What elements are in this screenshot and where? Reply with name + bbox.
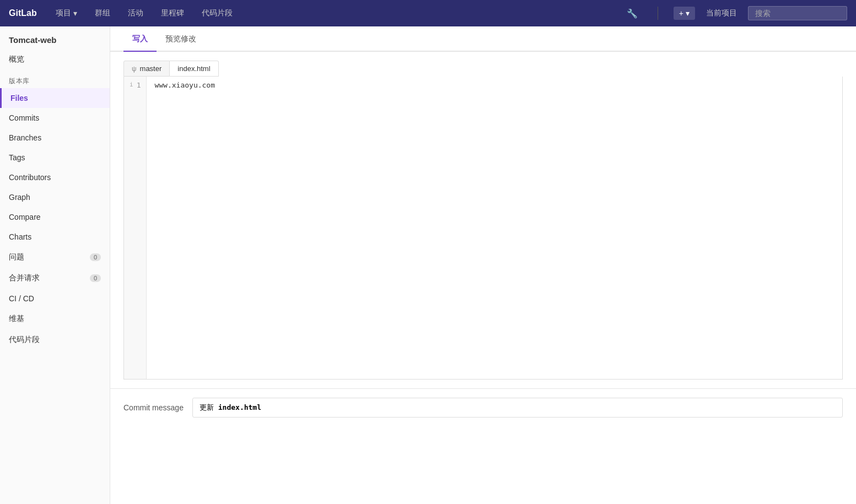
- sidebar-item-wiki[interactable]: 维基: [0, 308, 110, 329]
- sidebar-item-tags[interactable]: Tags: [0, 148, 110, 167]
- branch-icon: ψ: [132, 65, 137, 73]
- navbar-item-activity[interactable]: 活动: [125, 6, 147, 20]
- commit-message-label: Commit message: [123, 403, 184, 412]
- project-name[interactable]: Tomcat-web: [0, 26, 110, 49]
- sidebar-item-code-snippets[interactable]: 代码片段: [0, 329, 110, 350]
- navbar: GitLab 项目 ▾ 群组 活动 里程碑 代码片段 🔧 + ▾ 当前项目: [0, 0, 856, 26]
- navbar-item-snippets[interactable]: 代码片段: [198, 6, 236, 20]
- search-input[interactable]: [748, 6, 847, 20]
- editor-body: i 1: [123, 77, 843, 380]
- sidebar-item-commits[interactable]: Commits: [0, 108, 110, 128]
- sidebar-item-files[interactable]: Files: [0, 88, 110, 108]
- sidebar-item-issues[interactable]: 问题 0: [0, 247, 110, 268]
- commit-message-bold: index.html: [218, 403, 261, 411]
- line-info-icon: i: [130, 81, 133, 88]
- editor-gutter: i 1: [124, 77, 147, 379]
- sidebar-item-charts[interactable]: Charts: [0, 227, 110, 247]
- editor-code-area[interactable]: [147, 77, 842, 379]
- sidebar: Tomcat-web 概览 版本库 Files Commits Branches…: [0, 26, 110, 504]
- commit-message-input[interactable]: 更新 index.html: [192, 398, 843, 418]
- main-content: 写入 预览修改 ψ master index.html i 1 Com: [110, 26, 856, 504]
- navbar-divider: [658, 7, 658, 20]
- commit-section: Commit message 更新 index.html: [110, 388, 856, 426]
- sidebar-item-contributors[interactable]: Contributors: [0, 167, 110, 187]
- branch-name: master: [140, 64, 162, 73]
- navbar-item-groups[interactable]: 群组: [91, 6, 114, 20]
- new-item-button[interactable]: + ▾: [674, 7, 695, 20]
- sidebar-item-ci-cd[interactable]: CI / CD: [0, 289, 110, 308]
- wrench-icon[interactable]: 🔧: [622, 6, 642, 21]
- sidebar-item-graph[interactable]: Graph: [0, 187, 110, 207]
- filename-pill[interactable]: index.html: [170, 61, 218, 77]
- current-project-label[interactable]: 当前项目: [706, 8, 737, 18]
- sidebar-section-repo: 版本库: [0, 70, 110, 88]
- issues-badge: 0: [90, 253, 101, 261]
- sidebar-item-merge-requests[interactable]: 合并请求 0: [0, 268, 110, 289]
- editor-container: ψ master index.html i 1: [110, 52, 856, 388]
- sidebar-item-compare[interactable]: Compare: [0, 207, 110, 227]
- tab-preview[interactable]: 预览修改: [157, 26, 205, 52]
- navbar-brand[interactable]: GitLab: [9, 8, 37, 18]
- edit-tabs: 写入 预览修改: [110, 26, 856, 52]
- layout: Tomcat-web 概览 版本库 Files Commits Branches…: [0, 26, 856, 504]
- editor-branch-bar: ψ master index.html: [123, 61, 843, 77]
- line-number: 1: [137, 81, 141, 89]
- navbar-item-projects[interactable]: 项目 ▾: [52, 6, 80, 20]
- branch-pill: ψ master: [123, 61, 170, 77]
- sidebar-item-overview[interactable]: 概览: [0, 49, 110, 70]
- tab-write[interactable]: 写入: [123, 26, 157, 52]
- navbar-item-milestones[interactable]: 里程碑: [158, 6, 187, 20]
- commit-message-prefix: 更新: [200, 403, 218, 411]
- merge-requests-badge: 0: [90, 274, 101, 282]
- sidebar-item-branches[interactable]: Branches: [0, 128, 110, 148]
